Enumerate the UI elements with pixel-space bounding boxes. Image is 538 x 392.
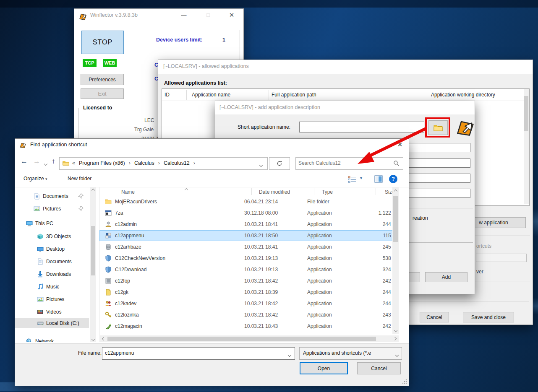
list-vertical-scrollbar[interactable] (392, 187, 399, 334)
stop-button[interactable]: STOP (81, 31, 124, 54)
allowed-table-column-header[interactable]: ID (165, 92, 170, 98)
minimize-button[interactable]: — (174, 9, 193, 22)
user-file-icon (105, 221, 112, 228)
sidebar-item-this-pc[interactable]: This PC (15, 218, 89, 228)
file-type: Application (307, 287, 332, 297)
column-header-type[interactable]: Type (322, 189, 333, 195)
up-button[interactable]: ↑ (52, 157, 55, 166)
sidebar-scrollbar[interactable] (90, 187, 96, 342)
breadcrumb-segment[interactable]: Program Files (x86) (79, 160, 125, 166)
key-file-icon (105, 312, 112, 318)
file-type-dropdown[interactable]: Applications and shortcuts (*.e (299, 347, 402, 360)
dialog-cancel-button[interactable]: Cancel (357, 362, 401, 374)
file-row[interactable]: c12admin10.03.21 18:41Application244 K (100, 219, 398, 229)
file-size: 115 K (352, 231, 396, 241)
sidebar-item-music[interactable]: Music (15, 282, 89, 292)
file-row[interactable]: c12lozinka10.03.21 18:42Application243 K (100, 310, 398, 320)
recent-locations-chevron[interactable] (44, 161, 47, 166)
file-row[interactable]: c12magacin10.03.21 18:43Application242 K (100, 321, 398, 331)
file-row[interactable]: 7za30.12.18 08:00Application1.122 K (100, 208, 398, 218)
sidebar-item-3d-objects[interactable]: 3D Objects (15, 231, 89, 241)
column-header-name[interactable]: Name (121, 189, 135, 195)
file-date-modified: 10.03.21 18:41 (244, 219, 278, 229)
sidebar-item-documents[interactable]: Documents (15, 257, 89, 267)
refresh-button[interactable] (269, 157, 290, 170)
organize-menu-button[interactable]: Organize ▾ (24, 176, 47, 182)
resize-grip[interactable] (402, 379, 407, 384)
allowed-table-column-header[interactable]: Application name (192, 92, 230, 98)
breadcrumb-segment[interactable]: Calculus12 (164, 160, 190, 166)
short-application-name-input[interactable] (299, 122, 424, 132)
breadcrumb-bar[interactable]: «Program Files (x86)›Calculus›Calculus12… (59, 157, 268, 170)
column-headers[interactable]: Name Date modified Type Size (100, 187, 399, 196)
file-row[interactable]: c12fop10.03.21 18:42Application242 K (100, 276, 398, 286)
file-name: C12CheckNewVersion (115, 253, 165, 263)
file-name-dropdown-chevron[interactable] (288, 352, 291, 358)
sidebar-item-downloads[interactable]: Downloads (15, 269, 89, 279)
file-row[interactable]: c12gk10.03.21 18:39Application244 K (100, 287, 398, 297)
help-button[interactable]: ? (389, 175, 397, 183)
dropdown-caret-icon: ▾ (45, 177, 47, 181)
view-list-icon[interactable] (348, 176, 357, 183)
search-box[interactable] (295, 157, 403, 170)
shortcuts-input[interactable] (476, 254, 527, 262)
new-folder-button[interactable]: New folder (68, 176, 91, 182)
winflector-arrow-icon[interactable] (455, 115, 477, 139)
file-row[interactable]: C12CheckNewVersion10.03.21 19:13Applicat… (100, 253, 398, 263)
search-icon[interactable] (393, 160, 400, 166)
list-horizontal-scrollbar[interactable] (100, 335, 399, 342)
breadcrumb-separator[interactable]: › (193, 160, 195, 166)
file-row[interactable]: c12arhbaze10.03.21 18:41Application245 K (100, 242, 398, 252)
winapp-file-icon (105, 278, 112, 284)
add-button[interactable]: Add (425, 272, 467, 282)
winflector-titlebar: Winflector v.3.9.8.3b — □ ✕ (74, 9, 243, 23)
file-row[interactable]: C12Download10.03.21 19:13Application324 … (100, 265, 398, 275)
file-row[interactable]: c12appmenu10.03.21 18:50Application115 K (100, 231, 398, 241)
table-vertical-scrollbar[interactable] (524, 89, 529, 204)
column-header-date[interactable]: Date modified (259, 189, 290, 195)
sidebar-item-pictures[interactable]: Pictures (15, 204, 89, 214)
pictures-icon (37, 296, 44, 303)
sidebar-item-label: Videos (46, 307, 61, 317)
cancel-button[interactable]: Cancel (420, 312, 449, 322)
breadcrumb-separator[interactable]: › (158, 160, 160, 166)
close-button[interactable]: ✕ (222, 9, 241, 22)
maximize-button[interactable]: □ (198, 9, 218, 22)
sidebar-item-local-disk-c-[interactable]: Local Disk (C:) (15, 318, 89, 328)
close-button[interactable]: ✕ (390, 138, 410, 152)
open-button[interactable]: Open (300, 362, 348, 374)
breadcrumb-segment[interactable]: Calculus (134, 160, 154, 166)
breadcrumb[interactable]: «Program Files (x86)›Calculus›Calculus12… (72, 158, 195, 169)
breadcrumb-separator[interactable]: « (72, 160, 75, 166)
file-size: 244 K (352, 299, 396, 309)
sidebar-item-desktop[interactable]: Desktop (15, 244, 89, 254)
creation-label-fragment: reation (413, 215, 428, 221)
file-name-combobox[interactable] (102, 347, 295, 360)
browse-folder-button[interactable] (428, 120, 448, 135)
sidebar-item-pictures[interactable]: Pictures (15, 294, 89, 304)
file-name-input[interactable] (102, 348, 283, 358)
preview-pane-icon[interactable] (374, 175, 383, 183)
search-input[interactable] (296, 158, 390, 169)
exit-button[interactable]: Exit (81, 88, 124, 99)
allowed-table-column-header[interactable]: Application working directory (431, 92, 495, 98)
sidebar-item-network[interactable]: Network (15, 336, 89, 342)
allowed-table-column-header[interactable]: Full application path (272, 92, 316, 98)
back-button[interactable]: ← (21, 157, 28, 166)
breadcrumb-separator[interactable]: › (129, 160, 131, 166)
view-dropdown-caret-icon[interactable]: ▾ (360, 176, 362, 180)
column-separator (427, 90, 427, 100)
address-dropdown-chevron[interactable] (260, 162, 262, 168)
preferences-button[interactable]: Preferences (81, 74, 124, 85)
sidebar-item-videos[interactable]: Videos (15, 307, 89, 317)
cube-icon (37, 233, 44, 240)
winflector-logo-icon (19, 141, 27, 149)
sidebar-item-documents[interactable]: Documents (15, 191, 89, 201)
save-and-close-button[interactable]: Save and close (463, 312, 514, 322)
forward-button[interactable]: → (33, 157, 40, 166)
file-row[interactable]: MojERacunDrivers06.04.21 23:14File folde… (100, 197, 398, 207)
file-type: File folder (307, 197, 329, 207)
file-date-modified: 10.03.21 18:43 (244, 321, 278, 331)
file-row[interactable]: c12kadev10.03.21 18:42Application244 K (100, 299, 398, 309)
doc-icon (34, 193, 40, 200)
